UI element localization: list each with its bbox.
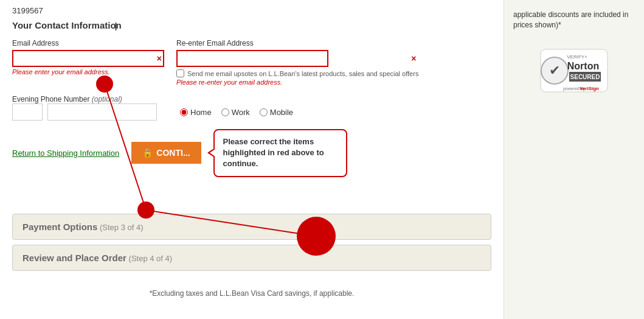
right-sidebar: applicable discounts are included in pri… [504, 0, 644, 319]
reenter-email-input-wrapper: × [176, 50, 418, 67]
svg-text:VeriSign: VeriSign [580, 86, 599, 91]
footer-text: *Excluding taxes and L.L.Bean Visa Card … [150, 289, 355, 298]
radio-mobile[interactable]: Mobile [260, 108, 293, 117]
lock-icon: 🔒 [142, 148, 153, 158]
email-section: Email Address × Please enter your email … [12, 39, 491, 86]
email-input-wrapper: × [12, 50, 164, 67]
contact-info-title: Your Contact Information [12, 20, 491, 30]
button-row: Return to Shipping Information 🔒 CONTI..… [12, 129, 491, 177]
reenter-email-clear-button[interactable]: × [411, 54, 416, 63]
payment-step-label: (Step 3 of 4) [100, 223, 144, 232]
radio-work-label: Work [232, 108, 250, 117]
phone-number-input[interactable] [47, 103, 157, 121]
phone-area-input[interactable] [12, 103, 43, 121]
order-id: 3199567 [12, 6, 491, 15]
norton-badge-svg: VERIFY+ ✔ Norton SECURED powered by Veri… [538, 46, 611, 95]
error-popup-text: Please correct the items highlighted in … [223, 137, 324, 168]
reenter-email-error: Please re-enter your email address. [176, 79, 418, 86]
radio-home-label: Home [190, 108, 212, 117]
footer-note: *Excluding taxes and L.L.Bean Visa Card … [12, 283, 491, 304]
payment-step-section: Payment Options (Step 3 of 4) [12, 214, 491, 240]
svg-text:SECURED: SECURED [570, 74, 600, 80]
email-input[interactable] [12, 50, 164, 67]
email-subscribe-label: Send me email upsotes on L.L.Bean's late… [187, 70, 418, 77]
email-clear-button[interactable]: × [157, 54, 162, 63]
radio-work[interactable]: Work [221, 108, 250, 117]
email-subscribe-row: Send me email upsotes on L.L.Bean's late… [176, 69, 418, 77]
email-row: Email Address × Please enter your email … [12, 39, 491, 86]
review-step-label: (Step 4 of 4) [129, 254, 173, 263]
phone-section: Evening Phone Number (optional) Home Wor… [12, 94, 491, 121]
email-label: Email Address [12, 39, 164, 47]
continue-button[interactable]: 🔒 CONTI... [131, 142, 201, 164]
review-step-title: Review and Place Order [23, 253, 126, 263]
svg-text:Norton: Norton [567, 61, 599, 71]
reenter-email-input[interactable] [176, 50, 328, 67]
radio-mobile-input[interactable] [260, 108, 268, 116]
radio-mobile-label: Mobile [270, 108, 293, 117]
radio-home[interactable]: Home [180, 108, 212, 117]
error-popup: Please correct the items highlighted in … [213, 129, 347, 177]
email-group: Email Address × Please enter your email … [12, 39, 164, 75]
email-subscribe-checkbox[interactable] [176, 69, 184, 77]
phone-input-row: Home Work Mobile [12, 103, 491, 121]
phone-label: Evening Phone Number (optional) [12, 95, 122, 103]
return-link[interactable]: Return to Shipping Information [12, 149, 119, 158]
reenter-email-group: Re-enter Email Address × Send me email u… [176, 39, 418, 86]
svg-text:✔: ✔ [549, 63, 560, 78]
reenter-email-label: Re-enter Email Address [176, 39, 418, 47]
radio-home-input[interactable] [180, 108, 188, 116]
norton-verify-text: VERIFY+ [567, 54, 587, 60]
radio-work-input[interactable] [221, 108, 229, 116]
norton-badge: VERIFY+ ✔ Norton SECURED powered by Veri… [513, 46, 635, 97]
continue-label: CONTI... [156, 148, 190, 158]
payment-step-title: Payment Options [23, 222, 97, 232]
discount-note: applicable discounts are included in pri… [513, 6, 635, 34]
email-error: Please enter your email address. [12, 68, 164, 75]
phone-type-radio-group: Home Work Mobile [180, 108, 293, 117]
review-step-section: Review and Place Order (Step 4 of 4) [12, 245, 491, 271]
